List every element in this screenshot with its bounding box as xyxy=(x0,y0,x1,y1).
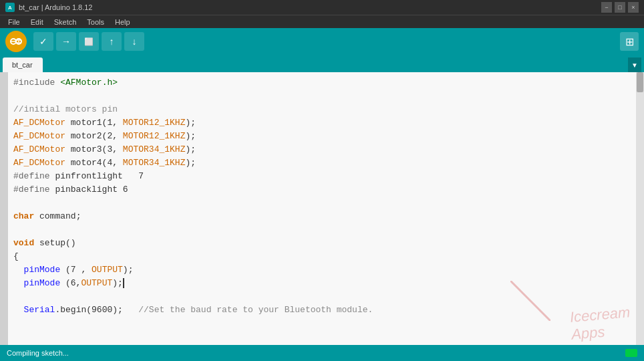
window-title: bt_car | Arduino 1.8.12 xyxy=(19,3,93,11)
tab-bar: bt_car ▼ xyxy=(0,55,644,72)
menu-file[interactable]: File xyxy=(3,17,25,27)
code-line: AF_DCMotor motor1(1, MOTOR12_1KHZ); xyxy=(13,116,631,130)
tab-bt-car[interactable]: bt_car xyxy=(3,57,43,72)
serial-monitor-button[interactable]: ⊞ xyxy=(620,32,639,51)
title-bar-controls[interactable]: − □ × xyxy=(601,2,639,13)
code-line: { xyxy=(13,250,631,263)
code-line: pinMode (6,OUTPUT); xyxy=(13,277,631,290)
code-line: #include <AFMotor.h> xyxy=(13,76,631,90)
new-button[interactable]: ⬜ xyxy=(79,32,99,51)
status-bar: Compiling sketch... xyxy=(0,345,644,361)
menu-edit[interactable]: Edit xyxy=(25,17,49,27)
code-line: //initial motors pin xyxy=(13,103,631,116)
close-button[interactable]: × xyxy=(628,2,639,13)
toolbar-right: ⊞ xyxy=(620,32,639,51)
verify-button[interactable]: ✓ xyxy=(33,32,53,51)
scrollbar-thumb[interactable] xyxy=(637,72,643,92)
open-button[interactable]: ↑ xyxy=(102,32,122,51)
code-line: AF_DCMotor motor2(2, MOTOR12_1KHZ); xyxy=(13,130,631,143)
tab-dropdown-button[interactable]: ▼ xyxy=(628,57,641,72)
code-editor[interactable]: #include <AFMotor.h> //initial motors pi… xyxy=(8,72,636,345)
title-bar-left: A bt_car | Arduino 1.8.12 xyxy=(5,3,93,12)
maximize-button[interactable]: □ xyxy=(615,2,625,13)
app-icon: A xyxy=(5,3,15,12)
menu-sketch[interactable]: Sketch xyxy=(49,17,82,27)
code-line: void setup() xyxy=(13,237,631,250)
status-led xyxy=(625,349,637,357)
menu-help[interactable]: Help xyxy=(110,17,136,27)
menu-tools[interactable]: Tools xyxy=(82,17,110,27)
title-bar: A bt_car | Arduino 1.8.12 − □ × xyxy=(0,0,644,15)
code-line xyxy=(13,223,631,237)
editor-container: #include <AFMotor.h> //initial motors pi… xyxy=(0,72,644,345)
save-button[interactable]: ↓ xyxy=(124,32,144,51)
code-line: #define pinfrontlight 7 xyxy=(13,170,631,183)
code-line xyxy=(13,197,631,210)
upload-button[interactable]: → xyxy=(56,32,76,51)
arduino-logo xyxy=(5,31,27,52)
status-right xyxy=(623,349,637,357)
minimize-button[interactable]: − xyxy=(601,2,612,13)
vertical-scrollbar[interactable] xyxy=(636,72,644,345)
code-line: pinMode (7 , OUTPUT); xyxy=(13,263,631,277)
menu-bar: File Edit Sketch Tools Help xyxy=(0,15,644,28)
left-gutter xyxy=(0,72,8,345)
code-line: AF_DCMotor motor4(4, MOTOR34_1KHZ); xyxy=(13,156,631,170)
toolbar: ✓ → ⬜ ↑ ↓ ⊞ xyxy=(0,28,644,55)
status-message: Compiling sketch... xyxy=(7,349,69,357)
code-line xyxy=(13,90,631,103)
code-line xyxy=(13,290,631,304)
code-line: char command; xyxy=(13,210,631,223)
code-line: AF_DCMotor motor3(3, MOTOR34_1KHZ); xyxy=(13,143,631,156)
code-line: #define pinbacklight 6 xyxy=(13,183,631,197)
code-line: Serial.begin(9600); //Set the baud rate … xyxy=(13,304,631,317)
